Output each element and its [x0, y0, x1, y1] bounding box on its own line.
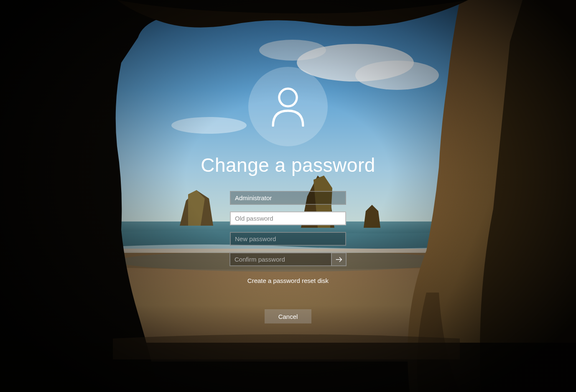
confirm-password-field[interactable] [229, 252, 331, 266]
arrow-right-icon [334, 255, 344, 264]
user-icon [269, 87, 307, 127]
svg-point-8 [279, 89, 297, 106]
submit-button[interactable] [331, 252, 347, 266]
confirm-password-row [229, 252, 347, 266]
new-password-field[interactable] [230, 232, 346, 246]
create-reset-disk-link[interactable]: Create a password reset disk [247, 277, 329, 284]
old-password-field[interactable] [230, 211, 346, 225]
username-field[interactable] [230, 191, 346, 205]
login-panel: Change a password Create a password rese… [0, 0, 576, 392]
cancel-button[interactable]: Cancel [265, 309, 311, 323]
change-password-form: Create a password reset disk Cancel [229, 191, 347, 323]
user-avatar [248, 67, 328, 146]
page-title: Change a password [201, 154, 375, 176]
